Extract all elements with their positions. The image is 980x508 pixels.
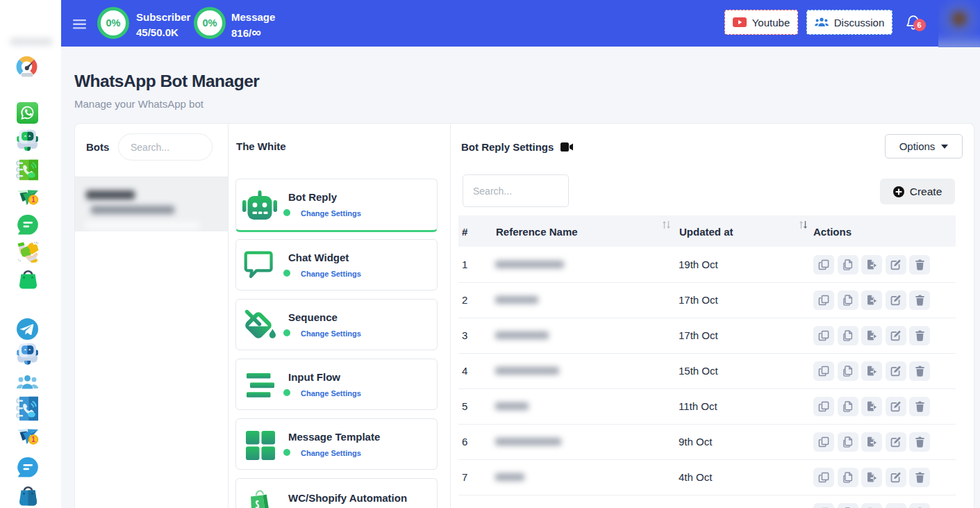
svg-text:1: 1: [31, 436, 35, 443]
svg-text:1: 1: [31, 196, 35, 204]
